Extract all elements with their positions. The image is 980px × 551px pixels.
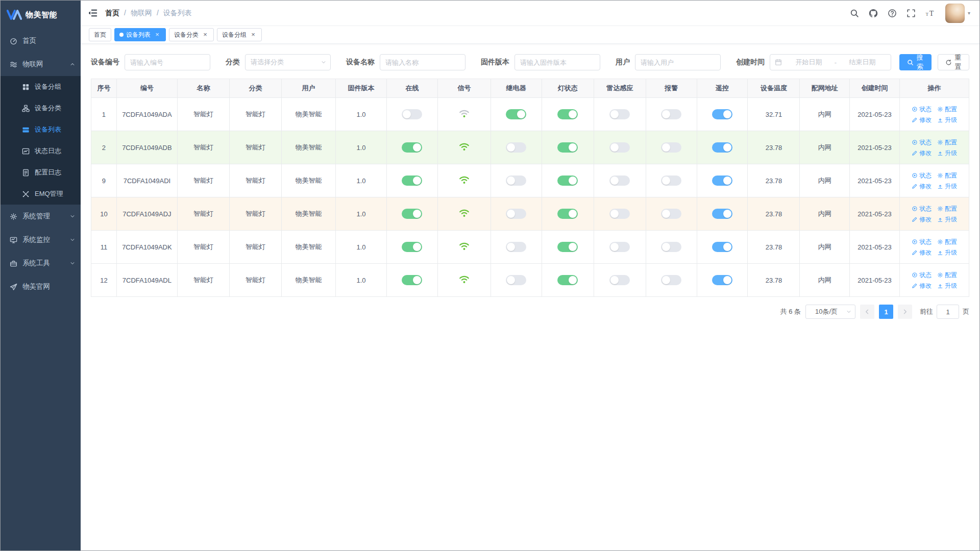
avatar[interactable] (945, 4, 965, 23)
online-switch[interactable] (402, 176, 422, 186)
light-switch[interactable] (557, 275, 578, 285)
op-status-link[interactable]: 状态 (912, 172, 932, 179)
op-upgrade-link[interactable]: 升级 (937, 249, 957, 256)
relay-switch[interactable] (506, 142, 526, 153)
online-switch[interactable] (402, 109, 422, 119)
radar-switch[interactable] (609, 142, 630, 153)
op-status-link[interactable]: 状态 (912, 139, 932, 145)
op-upgrade-link[interactable]: 升级 (937, 117, 957, 123)
op-upgrade-link[interactable]: 升级 (937, 283, 957, 289)
remote-switch[interactable] (712, 109, 732, 119)
op-edit-link[interactable]: 修改 (912, 183, 932, 189)
op-config-link[interactable]: 配置 (937, 172, 957, 179)
github-icon[interactable] (869, 9, 878, 18)
op-edit-link[interactable]: 修改 (912, 150, 932, 156)
font-size-icon[interactable]: TT (925, 9, 935, 18)
light-switch[interactable] (557, 109, 578, 119)
alarm-switch[interactable] (661, 109, 681, 119)
breadcrumb-item[interactable]: 首页 (105, 9, 119, 17)
prev-page-button[interactable] (860, 305, 874, 319)
sidebar-item-device-category[interactable]: 设备分类 (1, 97, 81, 119)
sidebar-item-emq-manage[interactable]: EMQ管理 (1, 183, 81, 205)
next-page-button[interactable] (898, 305, 912, 319)
op-config-link[interactable]: 配置 (937, 206, 957, 212)
relay-switch[interactable] (506, 242, 526, 252)
breadcrumb-item[interactable]: 设备列表 (163, 9, 192, 17)
light-switch[interactable] (557, 242, 578, 252)
sidebar-item-config-log[interactable]: 配置日志 (1, 162, 81, 183)
radar-switch[interactable] (609, 109, 630, 119)
op-upgrade-link[interactable]: 升级 (937, 183, 957, 189)
remote-switch[interactable] (712, 176, 732, 186)
close-icon[interactable]: × (154, 31, 161, 38)
radar-switch[interactable] (609, 209, 630, 219)
op-edit-link[interactable]: 修改 (912, 283, 932, 289)
alarm-switch[interactable] (661, 176, 681, 186)
op-status-link[interactable]: 状态 (912, 272, 932, 278)
tag-device-group[interactable]: 设备分组× (217, 28, 262, 41)
remote-switch[interactable] (712, 275, 732, 285)
relay-switch[interactable] (506, 176, 526, 186)
tag-device-category[interactable]: 设备分类× (169, 28, 214, 41)
op-config-link[interactable]: 配置 (937, 139, 957, 145)
user-input[interactable] (635, 54, 721, 70)
remote-switch[interactable] (712, 242, 732, 252)
op-status-link[interactable]: 状态 (912, 206, 932, 212)
radar-switch[interactable] (609, 242, 630, 252)
app-logo[interactable]: 物美智能 (1, 1, 81, 29)
sidebar-item-system-tools[interactable]: 系统工具 (1, 252, 81, 275)
remote-switch[interactable] (712, 142, 732, 153)
relay-switch[interactable] (506, 109, 526, 119)
tag-device-list[interactable]: 设备列表× (114, 28, 166, 41)
op-status-link[interactable]: 状态 (912, 239, 932, 245)
op-config-link[interactable]: 配置 (937, 272, 957, 278)
date-range-picker[interactable]: 开始日期 - 结束日期 (770, 54, 891, 70)
sidebar-item-home[interactable]: 首页 (1, 29, 81, 53)
light-switch[interactable] (557, 176, 578, 186)
online-switch[interactable] (402, 275, 422, 285)
op-config-link[interactable]: 配置 (937, 106, 957, 112)
op-upgrade-link[interactable]: 升级 (937, 216, 957, 222)
sidebar-fold-icon[interactable] (88, 8, 97, 18)
online-switch[interactable] (402, 209, 422, 219)
remote-switch[interactable] (712, 209, 732, 219)
online-switch[interactable] (402, 142, 422, 153)
online-switch[interactable] (402, 242, 422, 252)
close-icon[interactable]: × (202, 31, 209, 38)
relay-switch[interactable] (506, 275, 526, 285)
alarm-switch[interactable] (661, 209, 681, 219)
op-config-link[interactable]: 配置 (937, 239, 957, 245)
alarm-switch[interactable] (661, 142, 681, 153)
sidebar-item-system-monitor[interactable]: 系统监控 (1, 228, 81, 252)
light-switch[interactable] (557, 142, 578, 153)
sidebar-item-official-site[interactable]: 物美官网 (1, 275, 81, 298)
sidebar-item-iot[interactable]: 物联网 (1, 53, 81, 76)
search-button[interactable]: 搜索 (899, 54, 932, 70)
firmware-input[interactable] (514, 54, 600, 70)
question-icon[interactable] (888, 9, 897, 18)
op-edit-link[interactable]: 修改 (912, 249, 932, 256)
breadcrumb-item[interactable]: 物联网 (131, 9, 152, 17)
device-name-input[interactable] (380, 54, 465, 70)
category-select[interactable]: 请选择分类 (245, 54, 331, 70)
radar-switch[interactable] (609, 275, 630, 285)
relay-switch[interactable] (506, 209, 526, 219)
page-size-select[interactable]: 10条/页 (805, 305, 855, 319)
light-switch[interactable] (557, 209, 578, 219)
search-icon[interactable] (850, 9, 859, 18)
page-1-button[interactable]: 1 (879, 305, 893, 319)
op-edit-link[interactable]: 修改 (912, 216, 932, 222)
op-upgrade-link[interactable]: 升级 (937, 150, 957, 156)
op-status-link[interactable]: 状态 (912, 106, 932, 112)
close-icon[interactable]: × (250, 31, 257, 38)
op-edit-link[interactable]: 修改 (912, 117, 932, 123)
radar-switch[interactable] (609, 176, 630, 186)
alarm-switch[interactable] (661, 275, 681, 285)
sidebar-item-system-admin[interactable]: 系统管理 (1, 205, 81, 228)
tag-home[interactable]: 首页 (89, 28, 111, 41)
sidebar-item-status-log[interactable]: 状态日志 (1, 140, 81, 162)
fullscreen-icon[interactable] (906, 9, 916, 18)
device-no-input[interactable] (125, 54, 210, 70)
sidebar-item-device-list[interactable]: 设备列表 (1, 119, 81, 140)
goto-page-input[interactable] (937, 305, 959, 319)
